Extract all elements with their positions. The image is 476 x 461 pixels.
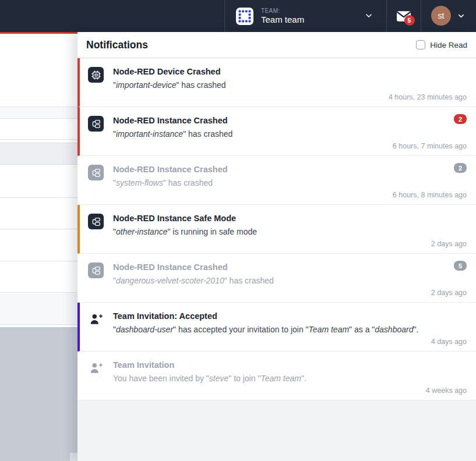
notification-timestamp: 4 hours, 23 minutes ago [389,93,467,101]
notification-badge: 2 [454,114,467,124]
notification-title: Node-RED Instance Crashed [113,263,274,272]
bg-row-line [0,139,78,140]
page-title: Notifications [86,39,148,51]
notification-title: Node-RED Instance Crashed [113,116,232,125]
user-menu[interactable]: st [421,0,476,32]
avatar: st [431,6,451,26]
notification-badge: 2 [454,163,467,173]
notification-message: "important-device" has crashed [113,80,226,90]
notification-message: "dashboard-user" has accepted your invit… [113,325,418,334]
notification-timestamp: 4 weeks ago [426,386,467,395]
hide-read-control[interactable]: Hide Read [416,40,467,49]
instance-icon [88,165,104,180]
notification-item[interactable]: Node-RED Instance Crashed "dangerous-vel… [77,254,476,303]
notification-title: Team Invitation: Accepted [113,311,418,321]
notification-message: "important-instance" has crashed [113,129,232,139]
user-add-icon [88,311,104,327]
notification-message: "dangerous-velvet-scoter-2010" has crash… [113,276,274,285]
notifications-button[interactable]: 5 [386,0,421,32]
notification-message: You have been invited by "steve" to join… [113,374,306,383]
hide-read-label: Hide Read [430,41,467,49]
bg-row-line [0,292,78,293]
team-name: Team team [261,15,304,24]
panel-footer [77,400,476,461]
chip-icon [88,67,104,83]
chevron-down-icon [364,11,373,23]
notification-timestamp: 4 days ago [431,338,467,346]
bg-row-line [0,324,78,325]
notification-timestamp: 6 hours, 8 minutes ago [393,191,467,199]
notification-title: Node-RED Instance Safe Mode [113,214,257,223]
navbar: TEAM: Team team 5 st [0,0,476,32]
notification-item[interactable]: Node-RED Instance Crashed "important-ins… [77,107,476,156]
bg-row-line [0,229,78,229]
bg-row-line [0,261,78,261]
team-avatar-icon [236,8,253,25]
notifications-panel: Notifications Hide Read Node-RED Device … [77,32,476,461]
bg-row-line [0,118,78,119]
notification-title: Node-RED Device Crashed [113,67,226,76]
instance-icon [88,263,104,278]
bg-row [0,107,78,118]
team-label: TEAM: [261,8,304,15]
notification-item[interactable]: Team Invitation: Accepted "dashboard-use… [77,303,476,352]
team-selector[interactable]: TEAM: Team team [224,0,386,32]
notification-item[interactable]: Team Invitation You have been invited by… [77,352,476,400]
bg-row [0,293,78,324]
notification-title: Team Invitation [113,360,306,370]
chevron-down-icon [457,12,466,23]
bg-row-line [0,197,78,198]
hide-read-checkbox[interactable] [416,40,425,49]
bg-row-selected [0,143,78,165]
notification-list: Node-RED Device Crashed "important-devic… [77,58,476,400]
scrollbar[interactable] [70,453,78,461]
notification-timestamp: 6 hours, 7 minutes ago [393,142,467,150]
instance-icon [88,116,104,132]
notification-timestamp: 2 days ago [431,240,467,248]
notification-item[interactable]: Node-RED Instance Crashed "system-flows"… [77,156,476,205]
instance-icon [88,214,104,229]
notification-message: "system-flows" has crashed [113,178,228,187]
notification-badge: 5 [454,261,467,271]
notification-item[interactable]: Node-RED Instance Safe Mode "other-insta… [77,205,476,254]
mail-badge: 5 [404,15,415,26]
bg-gray-block [0,327,78,461]
underlying-page [0,34,78,461]
notification-message: "other-instance" is running in safe mode [113,227,257,236]
user-add-icon [88,360,104,376]
notification-timestamp: 2 days ago [431,289,467,297]
panel-header: Notifications Hide Read [77,32,476,58]
notification-title: Node-RED Instance Crashed [113,165,228,174]
notification-item[interactable]: Node-RED Device Crashed "important-devic… [77,58,476,107]
